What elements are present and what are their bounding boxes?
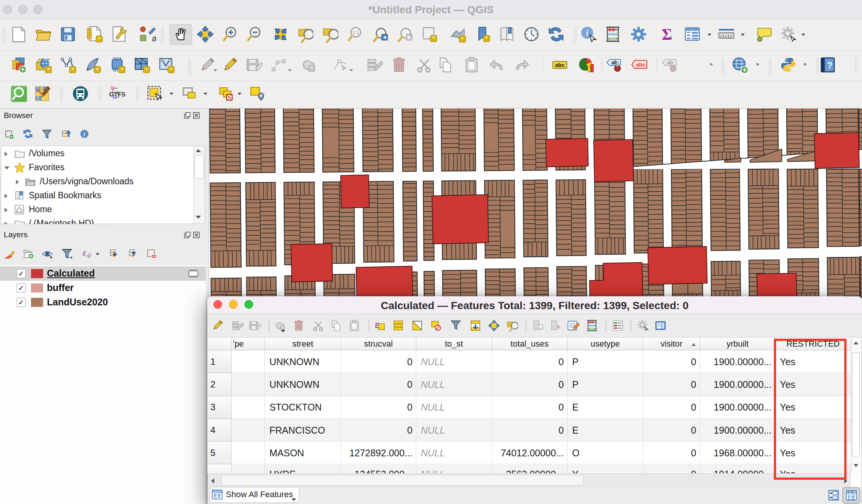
svg-text:abc: abc: [555, 62, 565, 68]
svg-text:?: ?: [827, 60, 833, 70]
svg-text:Σ: Σ: [662, 26, 672, 43]
svg-text:a: a: [152, 34, 156, 43]
svg-text:*: *: [121, 66, 123, 73]
svg-text:✱: ✱: [539, 324, 543, 329]
svg-text:*: *: [96, 66, 99, 73]
svg-text:ε: ε: [83, 247, 87, 258]
svg-text:i: i: [84, 132, 85, 137]
svg-text:*: *: [72, 66, 74, 73]
svg-text:GTFS: GTFS: [109, 91, 125, 98]
svg-text:*: *: [432, 35, 435, 42]
svg-text:i: i: [586, 28, 588, 37]
svg-text:*: *: [145, 66, 148, 73]
svg-text:1:1: 1:1: [353, 30, 359, 36]
svg-text:*: *: [485, 35, 488, 42]
svg-text:*: *: [311, 65, 313, 71]
svg-text:*: *: [98, 36, 101, 43]
svg-text:*: *: [170, 66, 173, 73]
svg-text:abc: abc: [636, 61, 646, 68]
svg-text:*: *: [461, 36, 464, 43]
svg-text:*: *: [47, 66, 50, 73]
svg-text:ε: ε: [375, 319, 380, 330]
svg-text:ab: ab: [667, 59, 673, 65]
